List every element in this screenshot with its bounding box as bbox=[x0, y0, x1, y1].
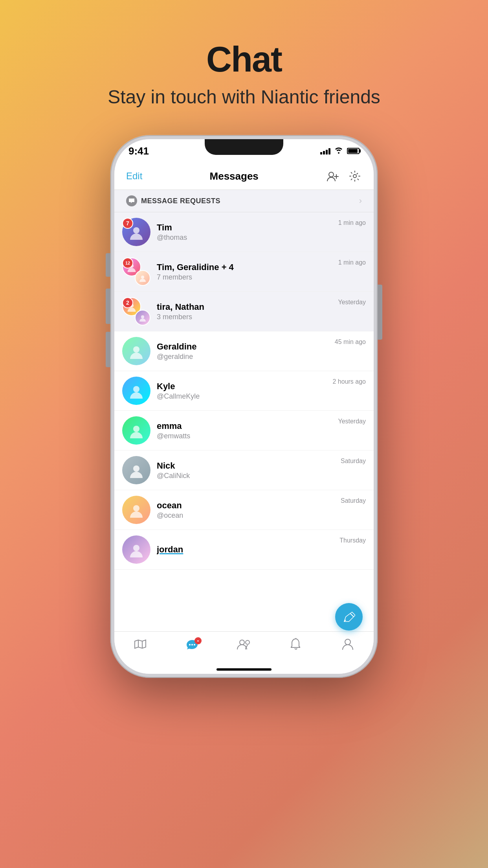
conversation-sub: 7 members bbox=[157, 273, 334, 281]
avatar-wrapper bbox=[122, 416, 150, 445]
battery-icon bbox=[347, 148, 360, 154]
avatar bbox=[122, 456, 150, 484]
map-icon bbox=[134, 639, 146, 652]
conversation-sub: @geraldine bbox=[157, 353, 331, 361]
svg-point-25 bbox=[345, 639, 350, 645]
svg-point-10 bbox=[133, 386, 139, 392]
power-button bbox=[378, 285, 382, 340]
compose-fab-button[interactable] bbox=[335, 603, 363, 631]
edit-button[interactable]: Edit bbox=[126, 171, 142, 182]
conversation-sub: @CallmeKyle bbox=[157, 392, 328, 401]
conversation-name: Geraldine bbox=[157, 342, 331, 352]
message-requests-left: MESSAGE REQUESTS bbox=[126, 195, 220, 206]
svg-line-15 bbox=[350, 614, 354, 617]
conversation-name: ocean bbox=[157, 500, 337, 511]
conversation-sub: @ocean bbox=[157, 511, 337, 520]
conversation-name: emma bbox=[157, 421, 334, 431]
conversation-item[interactable]: Geraldine @geraldine 45 min ago bbox=[114, 331, 374, 371]
avatar bbox=[122, 535, 150, 564]
nav-header: Edit Messages bbox=[114, 163, 374, 190]
svg-point-23 bbox=[246, 640, 250, 644]
message-requests-icon bbox=[126, 195, 137, 206]
chevron-right-icon: › bbox=[359, 196, 362, 206]
svg-point-21 bbox=[194, 644, 195, 645]
conversation-time: Saturday bbox=[341, 456, 366, 465]
conversation-name: jordan bbox=[157, 544, 336, 555]
group-avatar-2 bbox=[135, 270, 150, 286]
conversation-item[interactable]: 2 bbox=[114, 292, 374, 331]
screen-content: 9:41 bbox=[114, 139, 374, 674]
settings-icon[interactable] bbox=[348, 169, 362, 183]
tab-profile[interactable] bbox=[322, 636, 374, 654]
add-friend-icon[interactable] bbox=[326, 169, 340, 183]
home-indicator-area bbox=[114, 665, 374, 674]
tab-friends[interactable] bbox=[218, 636, 270, 654]
conversation-item[interactable]: jordan Thursday bbox=[114, 530, 374, 570]
svg-point-19 bbox=[189, 644, 191, 645]
svg-point-12 bbox=[133, 465, 139, 472]
bell-icon bbox=[291, 638, 301, 653]
conversation-time: 1 min ago bbox=[338, 218, 366, 226]
conversation-time: 2 hours ago bbox=[332, 377, 366, 385]
wifi-icon bbox=[334, 147, 343, 156]
friends-icon bbox=[237, 638, 251, 652]
conversation-item[interactable]: Kyle @CallmeKyle 2 hours ago bbox=[114, 371, 374, 411]
signal-icon bbox=[320, 147, 330, 154]
conversation-info: emma @emwatts bbox=[157, 421, 334, 440]
home-indicator bbox=[216, 668, 272, 671]
message-requests-bar[interactable]: MESSAGE REQUESTS › bbox=[114, 190, 374, 212]
svg-point-22 bbox=[240, 640, 244, 645]
phone-mockup: 9:41 bbox=[110, 135, 378, 678]
svg-point-9 bbox=[133, 346, 139, 353]
conversation-name: Tim bbox=[157, 223, 334, 233]
svg-point-13 bbox=[133, 505, 139, 511]
conversation-name: tira, Nathan bbox=[157, 302, 334, 312]
avatar bbox=[122, 416, 150, 445]
avatar bbox=[122, 496, 150, 524]
nav-actions bbox=[326, 169, 362, 183]
conversation-info: tira, Nathan 3 members bbox=[157, 302, 334, 321]
avatar-wrapper bbox=[122, 535, 150, 564]
conversation-item[interactable]: 12 bbox=[114, 252, 374, 292]
conversation-sub: @thomas bbox=[157, 234, 334, 242]
message-requests-label: MESSAGE REQUESTS bbox=[141, 197, 220, 205]
conversation-info: Kyle @CallmeKyle bbox=[157, 381, 328, 401]
conversation-item[interactable]: ocean @ocean Saturday bbox=[114, 490, 374, 530]
volume-up-button bbox=[106, 253, 110, 277]
avatar-wrapper: 12 bbox=[122, 257, 150, 286]
status-icons bbox=[320, 147, 360, 156]
conversation-info: ocean @ocean bbox=[157, 500, 337, 520]
tab-map[interactable] bbox=[114, 636, 166, 654]
conversations-list: 7 Tim @thomas 1 min ago bbox=[114, 212, 374, 631]
conversation-item[interactable]: Nick @CaliNick Saturday bbox=[114, 451, 374, 490]
tab-notifications[interactable] bbox=[270, 636, 322, 654]
conversation-sub: 3 members bbox=[157, 313, 334, 321]
messages-title: Messages bbox=[210, 170, 259, 182]
conversation-time: 45 min ago bbox=[335, 337, 366, 346]
conversation-time: Yesterday bbox=[338, 416, 366, 425]
svg-point-8 bbox=[141, 315, 144, 318]
group-avatar-2 bbox=[135, 310, 150, 326]
tab-chat[interactable]: • bbox=[166, 636, 218, 654]
svg-point-6 bbox=[141, 276, 144, 279]
avatar-wrapper bbox=[122, 337, 150, 365]
conversation-name: Tim, Geralidine + 4 bbox=[157, 262, 334, 272]
page-subtitle: Stay in touch with Niantic friends bbox=[108, 86, 380, 108]
tab-bar: • bbox=[114, 631, 374, 665]
conversation-info: Tim, Geralidine + 4 7 members bbox=[157, 262, 334, 281]
conversation-sub: @emwatts bbox=[157, 432, 334, 440]
svg-point-0 bbox=[329, 172, 334, 177]
conversation-info: Geraldine @geraldine bbox=[157, 342, 331, 361]
page-title: Chat bbox=[108, 39, 380, 80]
svg-point-4 bbox=[133, 227, 139, 234]
profile-icon bbox=[342, 638, 353, 653]
notch bbox=[205, 139, 283, 155]
phone-screen: 9:41 bbox=[114, 139, 374, 674]
svg-point-14 bbox=[133, 545, 139, 551]
svg-point-11 bbox=[133, 426, 139, 432]
conversation-item[interactable]: 7 Tim @thomas 1 min ago bbox=[114, 212, 374, 252]
conversation-item[interactable]: emma @emwatts Yesterday bbox=[114, 411, 374, 451]
status-time: 9:41 bbox=[128, 145, 149, 157]
unread-badge: 2 bbox=[122, 297, 133, 308]
conversation-info: jordan bbox=[157, 544, 336, 555]
